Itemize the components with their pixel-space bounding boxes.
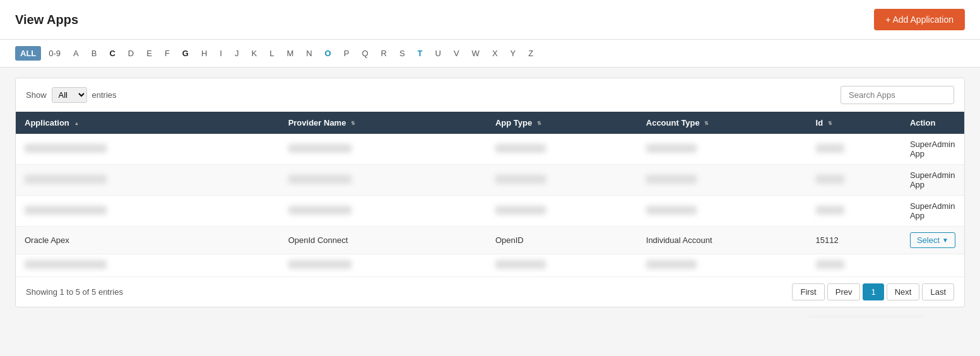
alpha-filter-item-z[interactable]: Z	[523, 46, 538, 61]
cell-action	[901, 254, 964, 277]
sort-icon-application: ▲	[74, 121, 79, 126]
alpha-filter-item-r[interactable]: R	[376, 46, 392, 61]
alpha-filter-item-p[interactable]: P	[339, 46, 355, 61]
alpha-filter-item-g[interactable]: G	[177, 46, 194, 61]
cell-provider_name	[280, 196, 487, 227]
add-application-button[interactable]: + Add Application	[874, 9, 965, 30]
header-row: Application ▲ Provider Name ⇅ App Type ⇅…	[16, 112, 964, 134]
alpha-filter-item-l[interactable]: L	[264, 46, 279, 61]
cell-provider_name	[280, 134, 487, 165]
cell-app_type	[487, 254, 637, 277]
cell-account_type	[637, 134, 807, 165]
cell-account_type	[637, 165, 807, 196]
alpha-filter-item-v[interactable]: V	[449, 46, 464, 61]
col-action: Action	[901, 112, 964, 134]
table-row: SuperAdmin App	[16, 134, 964, 165]
table-row	[16, 254, 964, 277]
alpha-filter-item-w[interactable]: W	[467, 46, 485, 61]
alpha-filter-item-b[interactable]: B	[86, 46, 102, 61]
cell-action: SuperAdmin App	[901, 134, 964, 165]
alpha-filter-item-y[interactable]: Y	[505, 46, 521, 61]
alpha-filter-item-0-9[interactable]: 0-9	[44, 46, 66, 61]
cell-account: Individual Account	[637, 227, 807, 254]
col-account[interactable]: Account Type ⇅	[637, 112, 807, 134]
pagination: FirstPrev1NextLast	[792, 283, 954, 300]
cell-id	[807, 165, 901, 196]
cell-application: Oracle Apex	[16, 227, 280, 254]
cell-apptype: OpenID	[487, 227, 637, 254]
sort-icon-id: ⇅	[828, 121, 832, 126]
alpha-filter-item-q[interactable]: Q	[357, 46, 373, 61]
cell-id: 15112	[807, 227, 901, 254]
alpha-filter-item-k[interactable]: K	[246, 46, 262, 61]
col-id[interactable]: Id ⇅	[807, 112, 901, 134]
alpha-filter-item-h[interactable]: H	[196, 46, 212, 61]
page-header: View Apps + Add Application	[0, 0, 980, 40]
alpha-filter-item-e[interactable]: E	[141, 46, 157, 61]
table-row: Oracle ApexOpenId ConnectOpenIDIndividua…	[16, 227, 964, 254]
cell-application	[16, 165, 280, 196]
alpha-filter-item-o[interactable]: O	[320, 46, 336, 61]
cell-id	[807, 134, 901, 165]
table-footer: Showing 1 to 5 of 5 entries FirstPrev1Ne…	[16, 277, 964, 307]
pagination-btn-next[interactable]: Next	[887, 283, 920, 300]
entries-select[interactable]: All102550100	[52, 87, 87, 103]
alpha-filter-item-c[interactable]: C	[104, 46, 120, 61]
alpha-filter-item-j[interactable]: J	[230, 46, 244, 61]
show-entries: Show All102550100 entries	[26, 87, 117, 103]
alpha-filter-item-n[interactable]: N	[301, 46, 317, 61]
cell-action: SuperAdmin App	[901, 196, 964, 227]
showing-text: Showing 1 to 5 of 5 entries	[26, 287, 123, 297]
cell-account_type	[637, 196, 807, 227]
alpha-filter-item-all[interactable]: ALL	[15, 46, 41, 61]
alpha-filter-item-x[interactable]: X	[487, 46, 503, 61]
table-row: SuperAdmin App	[16, 196, 964, 227]
page-title: View Apps	[15, 13, 78, 27]
alpha-filter-item-s[interactable]: S	[394, 46, 410, 61]
sort-icon-account: ⇅	[704, 121, 709, 126]
cell-provider_name	[280, 165, 487, 196]
cell-action: Select ▼	[901, 227, 964, 254]
cell-account_type	[637, 254, 807, 277]
alpha-filter-item-i[interactable]: I	[215, 46, 227, 61]
col-apptype[interactable]: App Type ⇅	[487, 112, 637, 134]
alpha-filter-item-a[interactable]: A	[68, 46, 84, 61]
cell-app_type	[487, 165, 637, 196]
alpha-filter: ALL0-9ABCDEFGHIJKLMNOPQRSTUVWXYZ	[0, 40, 980, 68]
pagination-btn-last[interactable]: Last	[922, 283, 954, 300]
cell-application	[16, 254, 280, 277]
col-provider[interactable]: Provider Name ⇅	[280, 112, 487, 134]
alpha-filter-item-u[interactable]: U	[430, 46, 446, 61]
apps-table: Application ▲ Provider Name ⇅ App Type ⇅…	[16, 112, 964, 277]
table-container: Show All102550100 entries Application ▲ …	[15, 78, 965, 307]
alpha-filter-item-t[interactable]: T	[413, 46, 428, 61]
cell-provider_name	[280, 254, 487, 277]
select-button[interactable]: Select ▼	[910, 232, 955, 248]
main-content: Show All102550100 entries Application ▲ …	[0, 68, 980, 317]
show-label: Show	[26, 90, 47, 100]
alpha-filter-item-f[interactable]: F	[160, 46, 175, 61]
cell-app_type	[487, 134, 637, 165]
alpha-filter-item-d[interactable]: D	[123, 46, 139, 61]
alpha-filter-item-m[interactable]: M	[281, 46, 298, 61]
table-controls: Show All102550100 entries	[16, 78, 964, 112]
sort-icon-provider: ⇅	[351, 121, 355, 126]
pagination-btn-prev[interactable]: Prev	[827, 283, 861, 300]
cell-application	[16, 134, 280, 165]
sort-icon-apptype: ⇅	[537, 121, 541, 126]
cell-action: SuperAdmin App	[901, 165, 964, 196]
table-row: SuperAdmin App	[16, 165, 964, 196]
pagination-btn-1[interactable]: 1	[863, 283, 883, 300]
cell-id	[807, 254, 901, 277]
cell-provider: OpenId Connect	[280, 227, 487, 254]
pagination-btn-first[interactable]: First	[792, 283, 824, 300]
entries-label: entries	[92, 90, 117, 100]
search-input[interactable]	[841, 86, 954, 104]
table-body: SuperAdmin AppSuperAdmin AppSuperAdmin A…	[16, 134, 964, 277]
table-header: Application ▲ Provider Name ⇅ App Type ⇅…	[16, 112, 964, 134]
cell-id	[807, 196, 901, 227]
col-application[interactable]: Application ▲	[16, 112, 280, 134]
cell-application	[16, 196, 280, 227]
cell-app_type	[487, 196, 637, 227]
